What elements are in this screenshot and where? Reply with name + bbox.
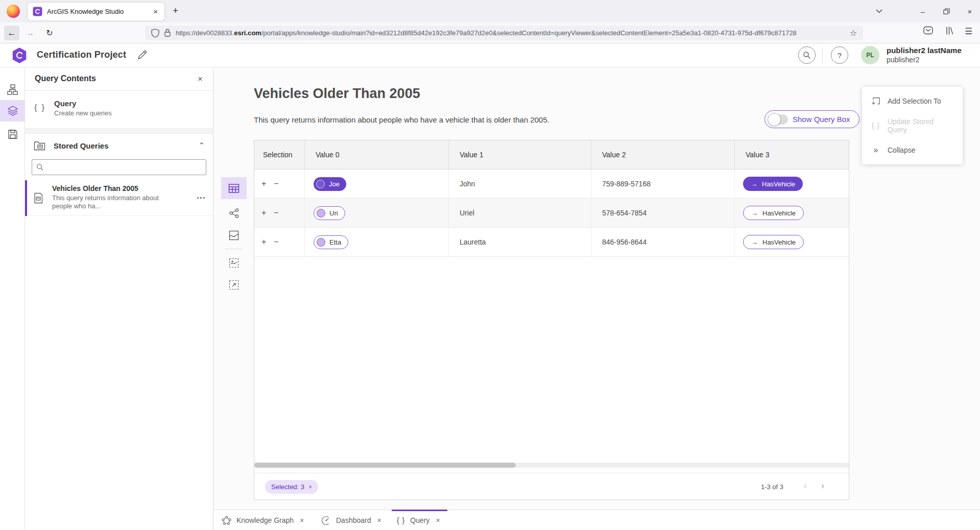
tab-close-icon[interactable]: × <box>299 516 305 524</box>
previous-page-icon[interactable]: ‹ <box>804 480 807 491</box>
toggle-track[interactable] <box>769 114 788 125</box>
show-query-box-toggle[interactable]: Show Query Box <box>764 110 859 128</box>
header-divider <box>822 47 823 63</box>
braces-icon: { } <box>397 516 405 524</box>
entity-pill[interactable]: Joe <box>314 177 346 191</box>
table-row[interactable]: + − Uri Uriel 578-654-7854 →HasVehicle <box>254 199 849 228</box>
selection-add-icon <box>229 280 239 290</box>
add-to-link-chart-button[interactable] <box>221 274 247 296</box>
rail-project-tree-button[interactable] <box>0 79 25 100</box>
item-options-ellipsis-icon[interactable]: ••• <box>197 195 206 201</box>
add-selection-to-icon <box>871 97 881 106</box>
tab-close-icon[interactable]: × <box>152 7 159 16</box>
tab-query[interactable]: { } Query × <box>397 510 441 530</box>
remove-selection-minus-icon[interactable]: − <box>274 237 278 247</box>
help-button[interactable]: ? <box>831 46 848 64</box>
back-button[interactable]: ← <box>4 26 19 40</box>
query-item-title: Query <box>54 99 76 108</box>
table-row[interactable]: + − Joe John 759-889-57168 →HasVehicle <box>254 170 849 199</box>
add-selection-plus-icon[interactable]: + <box>261 237 266 247</box>
tab-label: Dashboard <box>336 516 371 524</box>
menu-item-update-stored-query[interactable]: { } Update Stored Query <box>862 113 963 138</box>
clear-selection-icon[interactable]: × <box>308 484 312 491</box>
relation-cell: →HasVehicle <box>735 199 849 227</box>
stored-queries-header[interactable]: Stored Queries ⌃ <box>25 134 213 158</box>
page-description: This query returns information about peo… <box>254 115 549 124</box>
tab-close-icon[interactable]: × <box>435 516 441 524</box>
dashboard-gauge-icon <box>321 516 331 525</box>
forward-button[interactable]: → <box>22 26 38 40</box>
link-chart-view-button[interactable] <box>221 202 247 224</box>
tab-list-chevron-icon[interactable] <box>871 5 887 17</box>
rail-save-button[interactable] <box>0 124 25 145</box>
relation-arrow-icon: → <box>751 209 758 217</box>
reload-button[interactable]: ↻ <box>42 26 57 40</box>
bookmark-star-icon[interactable]: ☆ <box>850 28 857 38</box>
browser-tab[interactable]: ArcGIS Knowledge Studio × <box>28 3 164 20</box>
tab-close-icon[interactable]: × <box>376 516 383 524</box>
stored-queries-search[interactable] <box>32 159 206 175</box>
window-minimize-button[interactable]: – <box>915 5 930 17</box>
add-to-map-button[interactable] <box>221 252 247 274</box>
view-toolbar <box>221 177 247 296</box>
pagination-range: 1-3 of 3 <box>761 483 783 491</box>
url-text: https://dev0028833.esri.com/portal/apps/… <box>176 29 845 37</box>
next-page-icon[interactable]: › <box>821 480 824 491</box>
search-icon <box>36 163 44 171</box>
menu-item-collapse[interactable]: » Collapse <box>862 138 963 162</box>
edit-title-pencil-icon[interactable] <box>137 50 147 60</box>
page-title: Vehicles Older Than 2005 <box>254 86 420 102</box>
value1-cell: John <box>449 170 591 198</box>
folder-icon <box>34 140 45 151</box>
menu-hamburger-icon[interactable]: ☰ <box>965 26 972 37</box>
window-close-button[interactable]: × <box>962 5 977 17</box>
table-row[interactable]: + − Etta Lauretta 846-956-8644 →HasVehic… <box>254 228 849 257</box>
entity-pill[interactable]: Etta <box>314 235 348 249</box>
left-rail: » <box>0 67 25 530</box>
menu-item-add-selection-to[interactable]: Add Selection To <box>862 89 963 113</box>
query-item-subtitle: Create new queries <box>54 109 112 117</box>
panel-close-icon[interactable]: × <box>195 73 206 85</box>
toggle-knob[interactable] <box>768 113 781 126</box>
remove-selection-minus-icon[interactable]: − <box>274 179 278 188</box>
remove-selection-minus-icon[interactable]: − <box>274 208 278 218</box>
entity-pill[interactable]: Uri <box>314 206 345 220</box>
horizontal-scrollbar[interactable] <box>254 463 849 468</box>
url-bar[interactable]: https://dev0028833.esri.com/portal/apps/… <box>145 26 863 40</box>
relation-pill[interactable]: →HasVehicle <box>743 206 804 220</box>
app-window: ArcGIS Knowledge Studio × + – × ← → ↻ ht… <box>0 0 980 530</box>
project-title: Certification Project <box>37 50 126 60</box>
table-icon <box>228 183 240 194</box>
selected-count-chip[interactable]: Selected: 3 × <box>265 480 318 494</box>
library-icon[interactable] <box>945 26 954 35</box>
map-view-button[interactable] <box>221 224 247 246</box>
entity-dot-icon <box>316 180 325 188</box>
shield-icon[interactable] <box>151 29 159 38</box>
firefox-icon[interactable] <box>7 5 20 18</box>
relation-pill[interactable]: →HasVehicle <box>743 177 803 191</box>
collapse-caret-icon[interactable]: ⌃ <box>198 141 205 150</box>
rail-contents-button[interactable] <box>0 100 25 122</box>
add-selection-plus-icon[interactable]: + <box>261 208 266 218</box>
tab-knowledge-graph[interactable]: Knowledge Graph × <box>222 510 305 530</box>
search-input[interactable] <box>47 163 202 171</box>
user-avatar[interactable]: PL <box>861 46 879 64</box>
lock-icon[interactable] <box>164 29 171 37</box>
tab-dashboard[interactable]: Dashboard × <box>321 510 383 530</box>
relation-pill[interactable]: →HasVehicle <box>743 235 804 249</box>
browser-tab-bar: ArcGIS Knowledge Studio × + – × <box>0 0 980 22</box>
save-icon <box>8 129 18 139</box>
query-list-item[interactable]: { } Query Create new queries <box>25 91 213 129</box>
window-restore-button[interactable] <box>939 5 954 17</box>
braces-icon: { } <box>871 122 881 130</box>
stored-query-item[interactable]: Vehicles Older Than 2005 This query retu… <box>25 180 213 216</box>
pocket-icon[interactable] <box>923 26 933 35</box>
value2-cell: 846-956-8644 <box>591 228 735 256</box>
user-name: publisher2 lastName <box>887 46 962 55</box>
search-button[interactable] <box>798 46 816 64</box>
add-selection-plus-icon[interactable]: + <box>261 179 266 188</box>
scrollbar-thumb[interactable] <box>254 463 516 468</box>
new-tab-button[interactable]: + <box>173 5 178 16</box>
value1-cell: Uriel <box>449 199 591 227</box>
table-view-button[interactable] <box>221 177 247 199</box>
